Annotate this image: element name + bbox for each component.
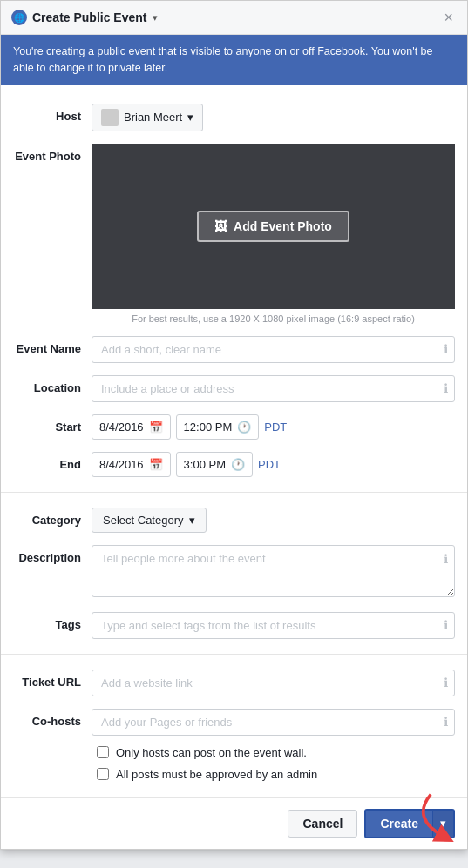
start-label: Start bbox=[13, 414, 92, 434]
event-name-info-icon[interactable]: ℹ bbox=[444, 342, 448, 356]
add-photo-button[interactable]: 🖼 Add Event Photo bbox=[197, 211, 349, 242]
location-info-icon[interactable]: ℹ bbox=[444, 381, 448, 395]
start-time-value: 12:00 PM bbox=[184, 421, 233, 434]
photo-area[interactable]: 🖼 Add Event Photo bbox=[92, 144, 455, 309]
host-control: Brian Meert ▾ bbox=[92, 104, 455, 131]
description-row: Description ℹ bbox=[1, 539, 467, 606]
create-button-group: Create ▾ bbox=[364, 809, 455, 838]
category-placeholder: Select Category bbox=[103, 514, 184, 527]
calendar-icon: 📅 bbox=[149, 421, 163, 434]
host-avatar bbox=[101, 109, 119, 126]
event-name-input[interactable] bbox=[92, 336, 455, 363]
location-row: Location ℹ bbox=[1, 369, 467, 408]
category-dropdown[interactable]: Select Category ▾ bbox=[92, 508, 207, 533]
tags-row: Tags ℹ bbox=[1, 606, 467, 645]
description-control: ℹ bbox=[92, 545, 455, 600]
end-date-value: 8/4/2016 bbox=[99, 458, 144, 471]
create-dropdown-caret: ▾ bbox=[440, 817, 446, 830]
ticket-url-control: ℹ bbox=[92, 670, 455, 696]
clock-icon: 🕐 bbox=[237, 421, 251, 434]
add-photo-label: Add Event Photo bbox=[234, 219, 332, 233]
location-control: ℹ bbox=[92, 375, 455, 402]
location-input[interactable] bbox=[92, 375, 455, 402]
ticket-url-input[interactable] bbox=[92, 670, 455, 696]
ticket-url-row: Ticket URL ℹ bbox=[1, 663, 467, 703]
form-body: Host Brian Meert ▾ Event Photo 🖼 Add Eve… bbox=[1, 85, 467, 797]
close-button[interactable]: × bbox=[440, 8, 457, 27]
event-name-label: Event Name bbox=[13, 336, 92, 355]
ticket-url-info-icon[interactable]: ℹ bbox=[444, 676, 448, 690]
modal-header: 🌐 Create Public Event ▾ × bbox=[1, 1, 467, 35]
hosts-post-label: Only hosts can post on the event wall. bbox=[116, 746, 307, 759]
approve-posts-label: All posts must be approved by an admin bbox=[116, 768, 317, 781]
image-icon: 🖼 bbox=[214, 219, 227, 233]
divider-1 bbox=[1, 492, 467, 493]
end-date-input[interactable]: 8/4/2016 📅 bbox=[92, 452, 171, 477]
start-control: 8/4/2016 📅 12:00 PM 🕐 PDT bbox=[92, 414, 455, 440]
host-button[interactable]: Brian Meert ▾ bbox=[92, 104, 203, 131]
event-photo-label: Event Photo bbox=[13, 144, 92, 163]
cancel-button[interactable]: Cancel bbox=[288, 810, 357, 838]
cohosts-control: ℹ bbox=[92, 709, 455, 736]
location-label: Location bbox=[13, 375, 92, 394]
start-date-value: 8/4/2016 bbox=[99, 421, 144, 434]
end-control: 8/4/2016 📅 3:00 PM 🕐 PDT bbox=[92, 452, 455, 477]
category-label: Category bbox=[13, 508, 92, 527]
create-event-modal: 🌐 Create Public Event ▾ × You're creatin… bbox=[0, 0, 468, 850]
footer-row: Cancel Create ▾ bbox=[1, 797, 467, 849]
tags-label: Tags bbox=[13, 612, 92, 631]
end-tz-link[interactable]: PDT bbox=[258, 458, 281, 471]
event-name-row: Event Name ℹ bbox=[1, 330, 467, 369]
ticket-url-label: Ticket URL bbox=[13, 670, 92, 689]
divider-2 bbox=[1, 654, 467, 655]
event-photo-row: Event Photo 🖼 Add Event Photo For best r… bbox=[1, 138, 467, 330]
info-banner: You're creating a public event that is v… bbox=[1, 35, 467, 85]
event-name-control: ℹ bbox=[92, 336, 455, 363]
start-date-input[interactable]: 8/4/2016 📅 bbox=[92, 414, 171, 440]
category-caret: ▾ bbox=[189, 514, 195, 527]
tags-control: ℹ bbox=[92, 612, 455, 639]
photo-hint: For best results, use a 1920 X 1080 pixe… bbox=[92, 313, 455, 324]
category-control: Select Category ▾ bbox=[92, 508, 455, 533]
cohosts-info-icon[interactable]: ℹ bbox=[444, 715, 448, 729]
host-label: Host bbox=[13, 104, 92, 123]
modal-title: Create Public Event bbox=[32, 10, 147, 24]
banner-text: You're creating a public event that is v… bbox=[13, 45, 433, 74]
host-caret: ▾ bbox=[187, 111, 193, 124]
start-time-input[interactable]: 12:00 PM 🕐 bbox=[176, 414, 260, 440]
host-row: Host Brian Meert ▾ bbox=[1, 98, 467, 138]
description-label: Description bbox=[13, 545, 92, 564]
checkbox-row-1: Only hosts can post on the event wall. bbox=[1, 742, 467, 764]
tags-input[interactable] bbox=[92, 612, 455, 639]
create-button[interactable]: Create bbox=[366, 811, 432, 837]
tags-info-icon[interactable]: ℹ bbox=[444, 618, 448, 632]
end-row: End 8/4/2016 📅 3:00 PM 🕐 PDT bbox=[1, 446, 467, 483]
start-tz-link[interactable]: PDT bbox=[264, 421, 287, 434]
end-clock-icon: 🕐 bbox=[231, 458, 245, 471]
description-info-icon[interactable]: ℹ bbox=[444, 552, 448, 566]
cohosts-row: Co-hosts ℹ bbox=[1, 703, 467, 742]
end-time-value: 3:00 PM bbox=[184, 458, 226, 471]
hosts-post-checkbox[interactable] bbox=[97, 746, 109, 758]
start-datetime-row: 8/4/2016 📅 12:00 PM 🕐 PDT bbox=[92, 414, 455, 440]
end-time-input[interactable]: 3:00 PM 🕐 bbox=[176, 452, 253, 477]
end-label: End bbox=[13, 452, 92, 471]
title-caret: ▾ bbox=[153, 12, 158, 24]
globe-icon: 🌐 bbox=[11, 10, 27, 25]
cohosts-label: Co-hosts bbox=[13, 709, 92, 728]
create-dropdown-button[interactable]: ▾ bbox=[432, 811, 453, 837]
approve-posts-checkbox[interactable] bbox=[97, 768, 109, 780]
end-calendar-icon: 📅 bbox=[149, 458, 163, 471]
category-row: Category Select Category ▾ bbox=[1, 501, 467, 539]
cohosts-input[interactable] bbox=[92, 709, 455, 736]
end-datetime-row: 8/4/2016 📅 3:00 PM 🕐 PDT bbox=[92, 452, 455, 477]
start-row: Start 8/4/2016 📅 12:00 PM 🕐 PDT bbox=[1, 408, 467, 446]
checkbox-row-2: All posts must be approved by an admin bbox=[1, 764, 467, 785]
modal-title-group: 🌐 Create Public Event ▾ bbox=[11, 10, 158, 25]
description-input[interactable] bbox=[92, 545, 455, 597]
photo-control: 🖼 Add Event Photo For best results, use … bbox=[92, 144, 455, 324]
host-name: Brian Meert bbox=[124, 111, 182, 124]
